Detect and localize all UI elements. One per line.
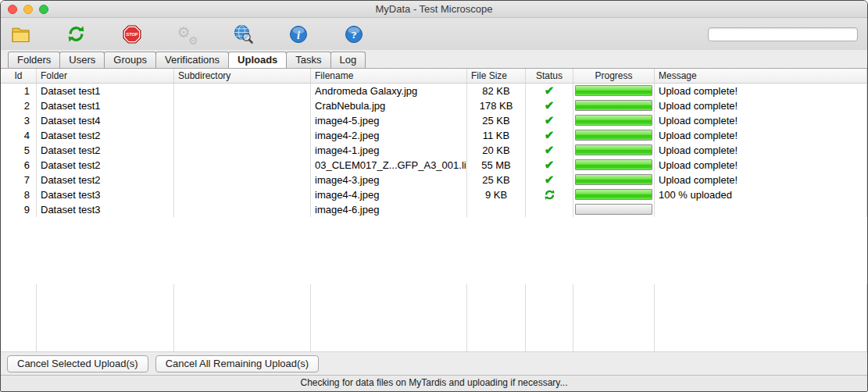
cell-id: 5 — [1, 143, 37, 158]
open-web-browser-button[interactable] — [232, 23, 253, 45]
cell-folder: Dataset test3 — [37, 187, 174, 202]
info-button[interactable]: i — [288, 23, 309, 45]
cell-filename: image4-6.jpeg — [311, 202, 467, 217]
cell-progress — [573, 113, 655, 128]
table-row[interactable]: 6Dataset test203_CLEM017_Z...GFP_A3_001.… — [1, 158, 867, 173]
cell-id: 4 — [1, 128, 37, 143]
tab-users[interactable]: Users — [59, 52, 105, 68]
cell-message: Upload complete! — [655, 143, 867, 158]
table-row[interactable]: 7Dataset test2image4-3.jpeg25 KB✔Upload … — [1, 173, 867, 187]
table-row[interactable]: 5Dataset test2image4-1.jpeg20 KB✔Upload … — [1, 143, 867, 158]
cell-folder: Dataset test2 — [37, 173, 174, 187]
tab-folders[interactable]: Folders — [8, 52, 60, 68]
progress-bar — [575, 174, 652, 185]
stop-icon: STOP — [122, 24, 142, 45]
cell-file-size: 25 KB — [467, 173, 526, 187]
cell-status — [526, 202, 573, 217]
table-row[interactable]: 9Dataset test3image4-6.jpeg — [1, 202, 867, 217]
cell-message — [655, 202, 867, 217]
uploads-table: Id Folder Subdirectory Filename File Siz… — [1, 69, 867, 351]
table-filler — [1, 284, 867, 351]
table-row[interactable]: 1Dataset test1Andromeda Galaxy.jpg82 KB✔… — [1, 84, 867, 98]
table-row[interactable]: 3Dataset test4image4-5.jpeg25 KB✔Upload … — [1, 113, 867, 128]
cell-file-size: 82 KB — [467, 84, 526, 98]
tab-bar: FoldersUsersGroupsVerificationsUploadsTa… — [1, 50, 867, 69]
cell-status: ✔ — [526, 113, 573, 128]
cell-progress — [573, 187, 655, 202]
cell-progress — [573, 173, 655, 187]
table-row[interactable]: 2Dataset test1CrabNebula.jpg178 KB✔Uploa… — [1, 98, 867, 113]
cell-message: Upload complete! — [655, 84, 867, 98]
close-window-button[interactable] — [8, 5, 17, 14]
upload-complete-icon: ✔ — [545, 158, 555, 171]
cell-filename: Andromeda Galaxy.jpg — [311, 84, 467, 98]
cell-status: ✔ — [526, 98, 573, 113]
cell-folder: Dataset test1 — [37, 84, 174, 98]
globe-search-icon — [233, 24, 253, 45]
tab-groups[interactable]: Groups — [104, 52, 156, 68]
cell-filename: image4-1.jpeg — [311, 143, 467, 158]
cell-status: ✔ — [526, 128, 573, 143]
open-folder-button[interactable] — [10, 23, 31, 45]
cell-filename: image4-4.jpeg — [311, 187, 467, 202]
minimize-window-button[interactable] — [23, 5, 33, 14]
refresh-button[interactable] — [66, 23, 87, 45]
progress-bar — [575, 115, 652, 126]
cell-message: Upload complete! — [655, 113, 867, 128]
column-header-id[interactable]: Id — [1, 69, 37, 83]
refresh-icon — [66, 24, 86, 44]
stop-button[interactable]: STOP — [121, 23, 142, 45]
cell-subdirectory — [174, 187, 311, 202]
svg-text:STOP: STOP — [126, 32, 138, 37]
progress-bar — [575, 189, 652, 200]
cell-status: ✔ — [526, 173, 573, 187]
upload-complete-icon: ✔ — [545, 84, 555, 97]
column-header-folder[interactable]: Folder — [37, 69, 174, 83]
tab-tasks[interactable]: Tasks — [286, 52, 330, 68]
table-row[interactable]: 4Dataset test2image4-2.jpeg11 KB✔Upload … — [1, 128, 867, 143]
cell-message: Upload complete! — [655, 173, 867, 187]
column-header-message[interactable]: Message — [655, 69, 867, 83]
cell-folder: Dataset test2 — [37, 143, 174, 158]
cell-subdirectory — [174, 173, 311, 187]
settings-button: ⚙⚙ — [177, 23, 198, 45]
table-row[interactable]: 8Dataset test3image4-4.jpeg9 KB100 % upl… — [1, 187, 867, 202]
cell-folder: Dataset test2 — [37, 158, 174, 173]
cell-filename: CrabNebula.jpg — [311, 98, 467, 113]
help-button[interactable]: ? — [343, 23, 364, 45]
search-input[interactable] — [708, 27, 858, 41]
info-icon: i — [289, 25, 308, 44]
column-header-progress[interactable]: Progress — [573, 69, 655, 83]
progress-bar — [575, 85, 652, 96]
cell-subdirectory — [174, 113, 311, 128]
footer-button-bar: Cancel Selected Upload(s) Cancel All Rem… — [1, 351, 867, 375]
cancel-all-remaining-uploads-button[interactable]: Cancel All Remaining Upload(s) — [155, 355, 320, 372]
tab-uploads[interactable]: Uploads — [228, 52, 287, 68]
cell-status — [526, 187, 573, 202]
column-header-status[interactable]: Status — [526, 69, 573, 83]
status-bar-text: Checking for data files on MyTardis and … — [301, 377, 568, 388]
cell-subdirectory — [174, 98, 311, 113]
column-header-file-size[interactable]: File Size — [467, 69, 526, 83]
upload-complete-icon: ✔ — [545, 98, 555, 112]
title-bar: MyData - Test Microscope — [1, 1, 867, 18]
tab-log[interactable]: Log — [330, 52, 366, 68]
cell-filename: image4-5.jpeg — [311, 113, 467, 128]
cell-filename: image4-3.jpeg — [311, 173, 467, 187]
cell-filename: image4-2.jpeg — [311, 128, 467, 143]
svg-text:i: i — [297, 29, 300, 41]
column-header-subdirectory[interactable]: Subdirectory — [174, 69, 311, 83]
cancel-selected-uploads-button[interactable]: Cancel Selected Upload(s) — [7, 355, 148, 372]
upload-complete-icon: ✔ — [545, 143, 555, 156]
cell-subdirectory — [174, 84, 311, 98]
cell-folder: Dataset test4 — [37, 113, 174, 128]
cell-id: 1 — [1, 84, 37, 98]
cell-id: 9 — [1, 202, 37, 217]
window-controls — [8, 5, 48, 14]
tab-verifications[interactable]: Verifications — [155, 52, 229, 68]
zoom-window-button[interactable] — [39, 5, 48, 14]
window-title: MyData - Test Microscope — [375, 3, 492, 15]
cell-folder: Dataset test3 — [37, 202, 174, 217]
cell-folder: Dataset test1 — [37, 98, 174, 113]
column-header-filename[interactable]: Filename — [311, 69, 467, 83]
